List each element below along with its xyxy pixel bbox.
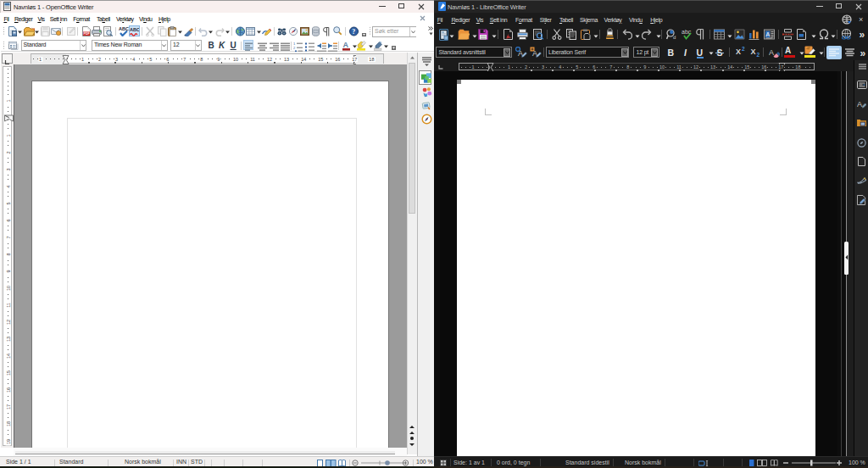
svg-text:A: A bbox=[857, 100, 863, 109]
svg-text:2: 2 bbox=[293, 46, 296, 50]
svg-text:A: A bbox=[342, 41, 348, 49]
svg-text:A: A bbox=[769, 48, 774, 57]
